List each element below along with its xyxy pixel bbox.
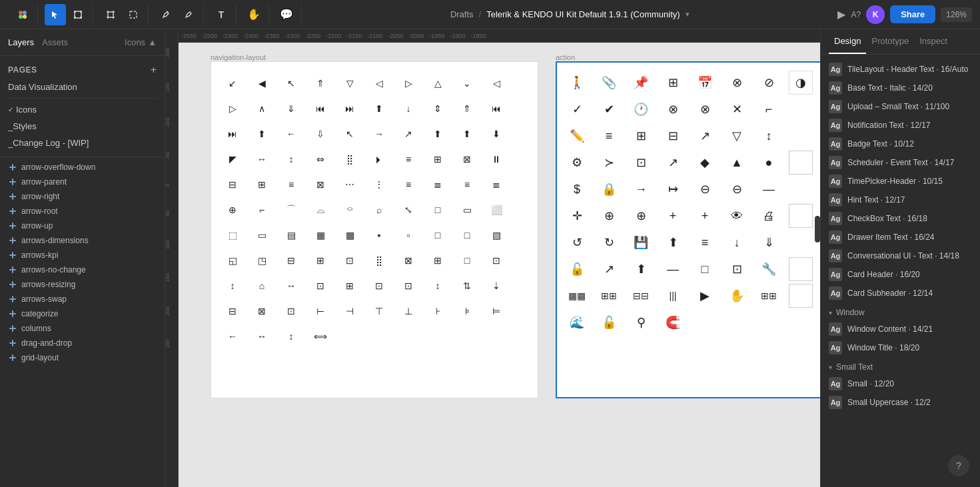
- tab-inspect[interactable]: Inspect: [914, 29, 953, 54]
- text-style-conversational[interactable]: Ag Conversational UI - Text · 14/18: [821, 246, 980, 265]
- main-area: Layers Assets Icons ▲ Pages + Data Visua…: [0, 29, 980, 487]
- text-style-window-content[interactable]: Ag Window Content · 14/21: [821, 320, 980, 338]
- text-style-window-title[interactable]: Ag Window Title · 18/20: [821, 338, 980, 357]
- text-style-timepicker[interactable]: Ag TimePicker-Header · 10/15: [821, 172, 980, 191]
- help-button[interactable]: ?: [948, 455, 969, 476]
- small-text-section-header[interactable]: ▾ Small Text: [821, 357, 980, 374]
- icons-label[interactable]: Icons ▲: [125, 37, 157, 47]
- layer-item[interactable]: arrow-overflow-down: [0, 160, 165, 175]
- hand-tool-button[interactable]: ✋: [243, 4, 264, 25]
- layer-label: drag-and-drop: [21, 338, 72, 348]
- frame-action[interactable]: 🚶 📎 📌 ⊞ 📅 ⊗ ⊘ ◑ ✓ ✔ 🕐 ⊗ ⊗ ✕ ⌐: [556, 61, 820, 398]
- layer-label: grid-layout: [21, 353, 59, 362]
- layer-item[interactable]: arrows-swap: [0, 292, 165, 306]
- layer-icon: [8, 338, 17, 348]
- ag-icon: Ag: [829, 100, 842, 113]
- layer-icon: [8, 207, 17, 216]
- text-style-badge[interactable]: Ag Badge Text · 10/12: [821, 135, 980, 153]
- layer-item[interactable]: drag-and-drop: [0, 336, 165, 350]
- text-style-card-subheader[interactable]: Ag Card Subheader · 12/14: [821, 284, 980, 302]
- panel-resize-handle[interactable]: [815, 216, 820, 243]
- frame-tool-button[interactable]: [100, 4, 121, 25]
- zoom-selector[interactable]: 126%: [941, 7, 972, 22]
- frame-navigation-layout[interactable]: ↙ ◀ ↖ ⇑ ▽ ◁ ▷ △ ⌄ ◁ ▷ ∧ ⇓ ⏮ ⏭ ⬆: [211, 61, 538, 398]
- page-item-changelog[interactable]: _Change Log - [WIP]: [0, 135, 165, 151]
- layer-item[interactable]: arrow-right: [0, 189, 165, 204]
- layer-item[interactable]: arrows-no-change: [0, 262, 165, 277]
- window-section-label: Window: [836, 308, 865, 317]
- ag-icon: Ag: [829, 63, 842, 76]
- icons-text: Icons: [125, 37, 145, 47]
- comment-tool-button[interactable]: 💬: [276, 4, 297, 25]
- layer-item[interactable]: arrows-dimensions: [0, 233, 165, 248]
- ag-icon: Ag: [829, 193, 842, 207]
- pen-extra-button[interactable]: [178, 4, 199, 25]
- svg-rect-18: [130, 11, 137, 18]
- section-tool-button[interactable]: [123, 4, 144, 25]
- user-avatar[interactable]: K: [866, 5, 885, 24]
- svg-point-2: [19, 15, 23, 19]
- tab-layers[interactable]: Layers: [8, 35, 34, 50]
- share-button[interactable]: Share: [890, 5, 935, 23]
- page-item-icons[interactable]: ✓ Icons: [0, 101, 165, 118]
- text-style-checkbox[interactable]: Ag CheckBox Text · 16/18: [821, 209, 980, 228]
- ag-icon: Ag: [829, 396, 842, 409]
- layer-icon: [8, 265, 17, 274]
- text-style-hint[interactable]: Ag Hint Text · 12/17: [821, 191, 980, 209]
- text-style-tile-layout[interactable]: Ag TileLayout - Header Text · 16/Auto: [821, 60, 980, 79]
- layer-icon: [8, 192, 17, 201]
- ruler-vertical: -200 -150 -100 -50 0 50 100 150 200 250: [165, 29, 179, 487]
- sidebar-tabs: Layers Assets Icons ▲: [0, 29, 165, 56]
- add-page-button[interactable]: +: [151, 64, 157, 76]
- svg-rect-8: [80, 17, 82, 19]
- layer-item[interactable]: categorize: [0, 306, 165, 321]
- layer-item[interactable]: columns: [0, 321, 165, 336]
- text-style-notification[interactable]: Ag Notification Text · 12/17: [821, 116, 980, 135]
- ruler-h-label: -2000: [406, 33, 426, 39]
- svg-rect-7: [74, 17, 76, 19]
- text-style-scheduler[interactable]: Ag Scheduler - Event Text · 14/17: [821, 153, 980, 172]
- layer-icon: [8, 236, 17, 245]
- svg-point-1: [23, 11, 27, 15]
- text-style-drawer[interactable]: Ag Drawer Item Text · 16/24: [821, 228, 980, 246]
- pen-tool-button[interactable]: [155, 4, 177, 25]
- tab-assets[interactable]: Assets: [42, 35, 68, 50]
- present-button[interactable]: ▶: [837, 8, 845, 21]
- layer-item[interactable]: arrow-parent: [0, 175, 165, 189]
- tab-design[interactable]: Design: [829, 29, 866, 54]
- select-scale-button[interactable]: [67, 4, 89, 25]
- ruler-h-label: -1950: [426, 33, 447, 39]
- text-style-small[interactable]: Ag Small · 12/20: [821, 374, 980, 393]
- text-tool-button[interactable]: T: [211, 4, 232, 25]
- style-name: Badge Text · 10/12: [847, 139, 914, 149]
- page-item-data-viz[interactable]: Data Visualization: [0, 79, 165, 95]
- layer-item[interactable]: grid-layout: [0, 350, 165, 365]
- page-item-styles[interactable]: _Styles: [0, 118, 165, 135]
- file-title[interactable]: Telerik & KENDO UI Kit Default 1.9.1 (Co…: [486, 9, 680, 19]
- svg-point-3: [23, 15, 27, 19]
- layer-item[interactable]: arrows-kpi: [0, 248, 165, 262]
- style-name: Upload – Small Text · 11/100: [847, 102, 949, 111]
- ruler-h-label: -2300: [282, 33, 302, 39]
- style-name: Base Text - Italic · 14/20: [847, 83, 933, 93]
- text-style-small-uppercase[interactable]: Ag Small Uppercase · 12/2: [821, 393, 980, 412]
- text-style-card-header[interactable]: Ag Card Header · 16/20: [821, 265, 980, 284]
- layer-item[interactable]: arrow-up: [0, 219, 165, 233]
- layer-item[interactable]: arrow-root: [0, 204, 165, 219]
- window-section-header[interactable]: ▾ Window: [821, 302, 980, 320]
- tab-prototype[interactable]: Prototype: [866, 29, 914, 54]
- text-style-base-text[interactable]: Ag Base Text - Italic · 14/20: [821, 79, 980, 97]
- ruler-h-label: -2200: [323, 33, 344, 39]
- main-menu-button[interactable]: [12, 4, 33, 25]
- page-divider: [8, 98, 157, 99]
- text-style-upload[interactable]: Ag Upload – Small Text · 11/100: [821, 97, 980, 116]
- layer-icon: [8, 324, 17, 333]
- canvas[interactable]: -2550 -2500 -2450 -2400 -2350 -2300 -225…: [165, 29, 820, 487]
- svg-point-19: [167, 11, 169, 13]
- file-title-dropdown-icon[interactable]: ▾: [686, 10, 690, 19]
- layer-item[interactable]: arrows-resizing: [0, 277, 165, 292]
- select-tool-button[interactable]: [45, 4, 66, 25]
- breadcrumb-drafts[interactable]: Drafts: [450, 9, 474, 19]
- layer-icon: [8, 309, 17, 318]
- layer-label: arrows-dimensions: [21, 236, 89, 245]
